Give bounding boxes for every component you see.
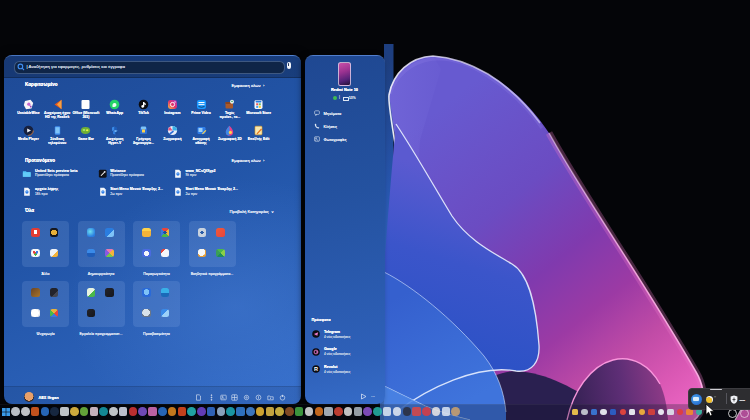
- svg-text:R: R: [314, 366, 318, 372]
